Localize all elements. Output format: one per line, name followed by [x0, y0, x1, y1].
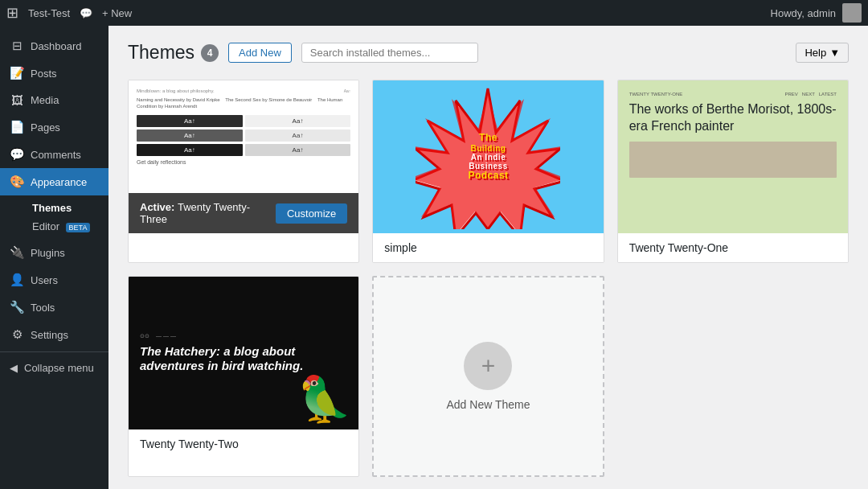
dashboard-icon: ⊟ [10, 39, 24, 53]
appearance-icon: 🎨 [10, 175, 24, 189]
plugins-icon: 🔌 [10, 245, 24, 260]
theme-card-twenty-twenty-one[interactable]: TWENTY TWENTY-ONE PREV NEXT LATEST The w… [617, 80, 849, 263]
sidebar-item-label: Settings [31, 329, 68, 341]
sidebar-item-settings[interactable]: ⚙ Settings [0, 321, 108, 348]
add-new-button[interactable]: Add New [228, 43, 292, 63]
t22-inner: ⊙⊙ — — — The Hatchery: a blog about adve… [140, 333, 347, 373]
users-icon: 👤 [10, 273, 24, 287]
sidebar-item-label: Tools [31, 302, 55, 314]
media-icon: 🖼 [10, 93, 24, 107]
theme-name-simple: simple [373, 233, 603, 262]
posts-icon: 📝 [10, 66, 24, 80]
simple-preview-content: The Building An Indie Business Podcast [373, 80, 603, 233]
theme-preview-t22: ⊙⊙ — — — The Hatchery: a blog about adve… [129, 277, 358, 429]
theme-preview-simple: The Building An Indie Business Podcast [373, 80, 603, 233]
sidebar-item-plugins[interactable]: 🔌 Plugins [0, 239, 108, 266]
theme-card-twenty-twenty-three[interactable]: Mindblown: a blog about philosophy. Aa↑ … [128, 80, 359, 263]
search-input[interactable] [301, 43, 478, 63]
add-theme-label: Add New Theme [446, 398, 530, 411]
new-content[interactable]: + New [102, 7, 132, 19]
sidebar-item-themes[interactable]: Themes [26, 199, 108, 217]
t21-main-text: The works of Berthe Morisot, 1800s-era F… [629, 101, 837, 135]
theme-name-t21: Twenty Twenty-One [618, 233, 848, 262]
tools-icon: 🔧 [10, 300, 24, 314]
active-prefix: Active: [140, 201, 178, 213]
comments-icon: 💬 [10, 147, 24, 162]
collapse-menu-button[interactable]: ◀ Collapse menu [0, 355, 108, 380]
sidebar: ⊟ Dashboard 📝 Posts 🖼 Media 📄 Pages 💬 Co… [0, 26, 108, 489]
sidebar-item-label: Dashboard [31, 40, 82, 52]
comments-bar-icon[interactable]: 💬 [80, 7, 92, 19]
settings-icon: ⚙ [10, 327, 24, 342]
themes-count-badge: 4 [201, 44, 219, 62]
main-layout: ⊟ Dashboard 📝 Posts 🖼 Media 📄 Pages 💬 Co… [0, 26, 868, 489]
sidebar-item-tools[interactable]: 🔧 Tools [0, 294, 108, 321]
t21-nav: TWENTY TWENTY-ONE PREV NEXT LATEST [629, 92, 837, 97]
collapse-menu-label: Collapse menu [24, 362, 94, 374]
active-theme-label: Active: Twenty Twenty-Three [140, 201, 276, 225]
sidebar-item-label: Media [31, 94, 59, 106]
wp-logo[interactable]: ⊞ [6, 4, 18, 22]
t22-preview-content: ⊙⊙ — — — The Hatchery: a blog about adve… [129, 277, 358, 429]
bird-icon: 🦜 [297, 373, 352, 425]
pages-icon: 📄 [10, 120, 24, 134]
sidebar-item-label: Comments [31, 149, 81, 161]
burst-text: The Building An Indie Business Podcast [468, 133, 508, 180]
beta-badge: beta [66, 223, 91, 232]
sidebar-item-label: Users [31, 274, 58, 286]
themes-grid: Mindblown: a blog about philosophy. Aa↑ … [128, 80, 849, 477]
add-new-theme-card[interactable]: + Add New Theme [372, 276, 604, 477]
help-button[interactable]: Help ▼ [796, 43, 849, 63]
site-name[interactable]: Test-Test [28, 7, 70, 19]
theme-card-simple[interactable]: The Building An Indie Business Podcast s… [372, 80, 604, 263]
sidebar-item-label: Appearance [31, 176, 87, 188]
admin-bar: ⊞ Test-Test 💬 + New Howdy, admin [0, 0, 868, 26]
sidebar-item-editor[interactable]: Editor beta [26, 217, 108, 236]
page-header: Themes 4 Add New Help ▼ [128, 42, 849, 64]
plus-icon: + [481, 352, 496, 380]
add-theme-icon: + [464, 342, 512, 390]
active-theme-overlay: Active: Twenty Twenty-Three Customize [129, 193, 358, 233]
theme-card-twenty-twenty-two[interactable]: ⊙⊙ — — — The Hatchery: a blog about adve… [128, 276, 359, 477]
sidebar-item-comments[interactable]: 💬 Comments [0, 141, 108, 168]
howdy-label: Howdy, admin [771, 7, 836, 19]
admin-bar-right: Howdy, admin [771, 3, 862, 23]
sidebar-item-label: Posts [31, 68, 57, 80]
sidebar-item-dashboard[interactable]: ⊟ Dashboard [0, 32, 108, 60]
t22-nav: ⊙⊙ — — — [140, 333, 347, 339]
sidebar-item-users[interactable]: 👤 Users [0, 266, 108, 294]
theme-preview-t21: TWENTY TWENTY-ONE PREV NEXT LATEST The w… [618, 80, 848, 233]
page-title-wrap: Themes 4 [128, 42, 219, 64]
sidebar-item-appearance[interactable]: 🎨 Appearance [0, 168, 108, 195]
t21-thumbnail [629, 142, 837, 178]
sidebar-item-pages[interactable]: 📄 Pages [0, 113, 108, 141]
t21-preview-content: TWENTY TWENTY-ONE PREV NEXT LATEST The w… [618, 80, 848, 233]
sidebar-item-media[interactable]: 🖼 Media [0, 87, 108, 113]
appearance-submenu: Themes Editor beta [0, 195, 108, 239]
t22-main-text: The Hatchery: a blog about adventures in… [140, 344, 347, 373]
help-label: Help [805, 47, 826, 59]
collapse-arrow-icon: ◀ [10, 362, 18, 374]
customize-button[interactable]: Customize [276, 203, 347, 224]
wp-icon: ⊞ [6, 4, 18, 22]
sidebar-item-posts[interactable]: 📝 Posts [0, 60, 108, 87]
admin-avatar[interactable] [842, 3, 862, 23]
help-chevron-icon: ▼ [829, 47, 840, 59]
sidebar-divider [0, 351, 108, 352]
sidebar-item-label: Pages [31, 121, 60, 134]
page-title: Themes [128, 42, 194, 64]
themes-content: Themes 4 Add New Help ▼ Mindblown: a blo… [108, 26, 868, 489]
theme-preview-t23: Mindblown: a blog about philosophy. Aa↑ … [129, 80, 358, 233]
sidebar-item-label: Plugins [31, 247, 65, 259]
theme-name-t22: Twenty Twenty-Two [129, 429, 358, 458]
